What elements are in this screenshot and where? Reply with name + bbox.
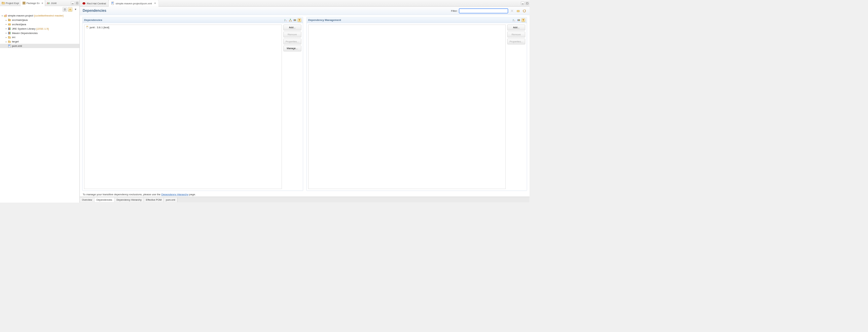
tree-node[interactable]: ▸ src/test/java (0, 22, 80, 27)
dual-sections: Dependencies az junit : 3.8.1 [test] (80, 15, 530, 192)
svg-marker-13 (75, 9, 76, 10)
link-with-editor-icon[interactable] (68, 7, 72, 11)
svg-text:J: J (6, 15, 6, 16)
package-explorer-view: Project Expl Package Ex ✕ JU JUnit (0, 0, 80, 202)
tree-root[interactable]: ▾ J simple-maven-project [codelikethewin… (0, 13, 80, 18)
chevron-right-icon[interactable]: ▸ (5, 19, 8, 21)
tab-label: Project Expl (6, 2, 19, 5)
package-tree[interactable]: ▾ J simple-maven-project [codelikethewin… (0, 13, 80, 203)
jar-icon (86, 26, 89, 29)
chevron-down-icon[interactable]: ▾ (1, 15, 4, 17)
chevron-right-icon[interactable]: ▸ (5, 23, 8, 26)
tab-label: simple-maven-project/pom.xml (116, 2, 152, 5)
open-pom-icon[interactable] (516, 8, 521, 13)
chevron-right-icon[interactable]: ▸ (5, 36, 8, 38)
list-item[interactable]: junit : 3.8.1 [test] (85, 25, 282, 29)
svg-rect-63 (518, 19, 518, 21)
svg-text:U: U (48, 2, 50, 4)
remove-button: Remove (283, 32, 301, 37)
editor-tab-pom[interactable]: M simple-maven-project/pom.xml ✕ (108, 0, 159, 7)
add-button[interactable]: Add... (507, 25, 525, 30)
junit-icon: JU (47, 1, 50, 5)
minimize-icon[interactable] (521, 1, 525, 5)
svg-rect-25 (10, 32, 10, 34)
bottom-tab-dependency-hierarchy[interactable]: Dependency Hierarchy (114, 198, 144, 202)
section-body: Add... Remove Properties... (307, 23, 527, 191)
chevron-right-icon[interactable]: ▸ (5, 28, 8, 30)
bottom-tab-dependencies[interactable]: Dependencies (95, 198, 115, 202)
dependencies-list[interactable]: junit : 3.8.1 [test] (84, 25, 282, 189)
library-icon (8, 27, 11, 30)
filter-input[interactable] (459, 8, 508, 13)
tree-node-pom[interactable]: M pom.xml (0, 44, 80, 48)
package-folder-icon (8, 23, 11, 26)
filter-icon[interactable] (522, 18, 525, 22)
dependency-management-list[interactable] (308, 25, 506, 189)
package-explorer-icon (23, 1, 26, 5)
svg-rect-53 (294, 19, 294, 21)
bottom-tab-effective-pom[interactable]: Effective POM (144, 198, 163, 202)
svg-rect-20 (8, 27, 9, 30)
svg-rect-21 (9, 27, 10, 30)
refresh-icon[interactable] (522, 8, 527, 13)
tree-node-label: src/main/java (12, 19, 28, 22)
tree-node-label: Maven Dependencies (12, 31, 38, 34)
tab-package-explorer[interactable]: Package Ex ✕ (21, 0, 45, 6)
section-header: Dependencies az (83, 17, 303, 23)
tree-node[interactable]: ▸ Maven Dependencies (0, 31, 80, 35)
hint-suffix: page. (188, 193, 196, 196)
editor-area: Red Hat Central M simple-maven-project/p… (80, 0, 530, 202)
tree-node[interactable]: ▸ target (0, 39, 80, 44)
svg-rect-3 (24, 2, 25, 3)
bottom-tab-pom-xml[interactable]: pom.xml (164, 198, 177, 202)
svg-rect-23 (8, 32, 9, 34)
svg-rect-54 (294, 19, 295, 21)
bottom-tab-overview[interactable]: Overview (80, 198, 94, 202)
svg-marker-62 (513, 21, 513, 21)
pom-file-icon: M (8, 44, 11, 48)
svg-line-52 (290, 20, 291, 20)
editor-tab-redhat[interactable]: Red Hat Central (80, 0, 108, 7)
svg-rect-55 (295, 19, 296, 21)
tree-node[interactable]: ▸ JRE System Library [J2SE-1.5] (0, 27, 80, 31)
dependency-management-section: Dependency Management az Add... Remove P… (306, 17, 527, 191)
tree-node-label: src/test/java (12, 23, 26, 26)
svg-rect-27 (8, 36, 9, 37)
maximize-icon[interactable] (75, 1, 79, 5)
sort-az-icon[interactable]: az (284, 18, 288, 22)
minimize-icon[interactable] (71, 1, 74, 5)
close-icon[interactable]: ✕ (41, 2, 43, 5)
svg-text:M: M (112, 2, 113, 4)
section-title: Dependency Management (308, 19, 341, 22)
manage-button[interactable]: Manage... (283, 46, 301, 51)
chevron-right-icon[interactable]: ▸ (5, 32, 8, 34)
svg-rect-64 (519, 19, 519, 21)
hint-link[interactable]: Dependency Hierarchy (161, 193, 188, 196)
svg-rect-9 (76, 2, 78, 4)
maven-project-icon: J (4, 14, 7, 18)
close-icon[interactable]: ✕ (154, 2, 156, 5)
filter-label: Filter: (451, 9, 458, 12)
collapse-all-icon[interactable] (63, 7, 67, 11)
svg-rect-19 (8, 24, 10, 25)
tree-node[interactable]: ▸ src/main/java (0, 18, 80, 22)
filter-icon[interactable] (298, 18, 301, 22)
svg-rect-24 (9, 32, 10, 34)
chevron-right-icon[interactable]: ▸ (5, 40, 8, 43)
sort-az-icon[interactable]: az (513, 18, 516, 22)
dependency-label: junit : 3.8.1 [test] (90, 26, 109, 29)
tab-project-explorer[interactable]: Project Expl (0, 0, 21, 6)
dependency-tree-icon[interactable] (288, 18, 292, 22)
tree-node-decoration: [codelikethewind master] (34, 14, 63, 17)
tab-junit[interactable]: JU JUnit (45, 0, 58, 6)
tree-node-label: pom.xml (12, 45, 22, 48)
svg-text:M: M (9, 45, 10, 46)
show-groupid-icon[interactable] (293, 18, 297, 22)
add-button[interactable]: Add... (283, 25, 301, 30)
tree-node[interactable]: ▸ src (0, 35, 80, 39)
show-groupid-icon[interactable] (517, 18, 521, 22)
remove-button: Remove (507, 32, 525, 37)
view-menu-icon[interactable] (73, 7, 78, 11)
maximize-icon[interactable] (526, 1, 529, 5)
tree-node-label: JRE System Library (12, 27, 35, 30)
